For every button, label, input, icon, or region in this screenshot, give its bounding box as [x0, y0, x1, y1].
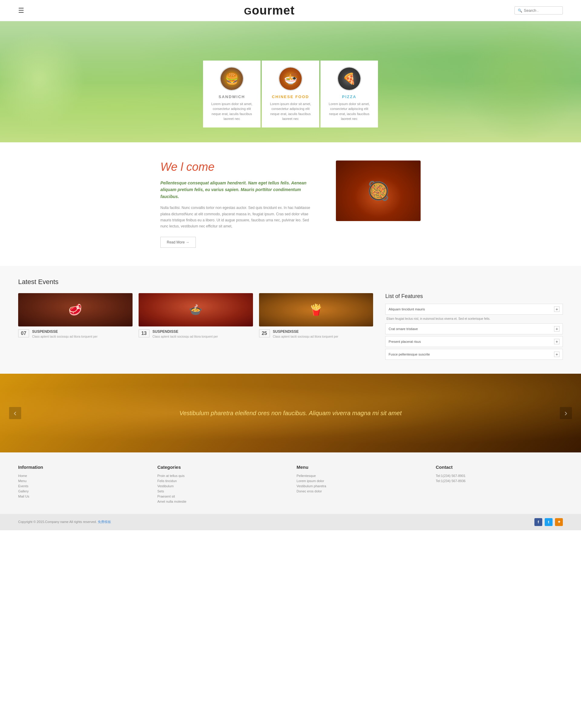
- footer-menu-col: Menu Pellentesque Lorem ipsum dolor Vest…: [297, 465, 424, 505]
- feature-label-3: Present placerat risus: [389, 340, 421, 343]
- footer-cat-link-3[interactable]: Sets: [157, 489, 284, 493]
- footer-menu-link-0[interactable]: Pellentesque: [297, 474, 424, 477]
- event-date-box-2: 13: [139, 330, 149, 337]
- event-info-3: SUSPENDISSE Class aptent taciti sociosqu…: [273, 330, 374, 339]
- footer-categories-col: Categories Proin at tellus quis Felis ti…: [157, 465, 284, 505]
- footer-categories-title: Categories: [157, 465, 284, 470]
- footer-cat-link-1[interactable]: Felis tincidun: [157, 479, 284, 483]
- footer-cat-link-2[interactable]: Vestibulum: [157, 484, 284, 488]
- feature-label-1: Aliquam tincidunt mauris: [389, 307, 425, 311]
- welcome-subtitle: Pellentesque consequat aliquam hendrerit…: [160, 180, 318, 200]
- read-more-label: Read More →: [167, 240, 189, 244]
- footer-copyright-link[interactable]: 免费模板: [98, 520, 111, 524]
- event-item-2: 🍲 13 SUSPENDISSE Class aptent taciti soc…: [139, 293, 253, 362]
- sandwich-image: 🍔: [220, 67, 244, 91]
- chinese-title: CHINESE FOOD: [267, 95, 314, 99]
- twitter-icon[interactable]: t: [545, 518, 553, 526]
- footer-cat-link-4[interactable]: Praesent sit: [157, 495, 284, 498]
- facebook-icon[interactable]: f: [534, 518, 542, 526]
- events-title: Latest Events: [18, 278, 563, 286]
- food-card-pizza: 🍕 PIZZA Lorem ipsum dolor sit amet, cons…: [321, 60, 378, 128]
- footer-menu-title: Menu: [297, 465, 424, 470]
- pizza-desc: Lorem ipsum dolor sit amet, consectetur …: [325, 101, 373, 122]
- footer-info-link-3[interactable]: Gallery: [18, 489, 145, 493]
- event-meta-3: 25 SUSPENDISSE Class aptent taciti socio…: [259, 330, 374, 339]
- welcome-image: 🥘: [336, 160, 421, 221]
- footer-info-link-4[interactable]: Mail Us: [18, 495, 145, 498]
- event-date-3: 25: [261, 331, 268, 336]
- search-input[interactable]: [524, 8, 560, 13]
- sandwich-title: SANDWICH: [208, 95, 256, 99]
- event-date-2: 13: [141, 331, 147, 336]
- event-info-2: SUSPENDISSE Class aptent taciti sociosqu…: [153, 330, 253, 339]
- slider-quote: Vestibulum pharetra eleifend ores non fa…: [179, 409, 402, 417]
- slider-section: ‹ Vestibulum pharetra eleifend ores non …: [0, 374, 581, 452]
- features-title: List of Features: [385, 293, 563, 300]
- food-card-chinese: 🍜 CHINESE FOOD Lorem ipsum dolor sit ame…: [262, 60, 319, 128]
- logo: Gourmet: [244, 4, 295, 17]
- welcome-body: Nulla facilisi. Nunc convallis tortor no…: [160, 205, 318, 230]
- events-features-inner: 🥩 07 SUSPENDISSE Class aptent taciti soc…: [18, 293, 563, 362]
- event-info-1: SUSPENDISSE Class aptent taciti sociosqu…: [32, 330, 133, 339]
- footer-menu-link-2[interactable]: Vestibulum pharetra: [297, 484, 424, 488]
- event-meta-2: 13 SUSPENDISSE Class aptent taciti socio…: [139, 330, 253, 339]
- footer-main: Information Home Menu Events Gallery Mai…: [0, 452, 581, 514]
- event-item-1: 🥩 07 SUSPENDISSE Class aptent taciti soc…: [18, 293, 133, 362]
- welcome-section: We l come Pellentesque consequat aliquam…: [154, 142, 427, 266]
- footer-info-col: Information Home Menu Events Gallery Mai…: [18, 465, 145, 505]
- chinese-desc: Lorem ipsum dolor sit amet, consectetur …: [267, 101, 314, 122]
- footer-contact-line-0: Tel:1(234) 567-8901: [436, 474, 563, 477]
- footer-info-link-2[interactable]: Events: [18, 484, 145, 488]
- footer-info-link-1[interactable]: Menu: [18, 479, 145, 483]
- search-icon: 🔍: [518, 8, 522, 13]
- hero-section: 🍔 SANDWICH Lorem ipsum dolor sit amet, c…: [0, 21, 581, 142]
- rss-icon[interactable]: ✦: [555, 518, 563, 526]
- event-image-3: 🍟: [259, 293, 374, 327]
- footer-cat-link-5[interactable]: Amet nulla molestie: [157, 500, 284, 503]
- event-image-1: 🥩: [18, 293, 133, 327]
- footer-info-link-0[interactable]: Home: [18, 474, 145, 477]
- footer-contact-col: Contact Tel:1(234) 567-8901 Tel:1(234) 5…: [436, 465, 563, 505]
- feature-plus-2[interactable]: +: [554, 326, 559, 332]
- feature-plus-3[interactable]: +: [554, 339, 559, 344]
- events-features-section: Latest Events 🥩 07 SUSPENDISSE Class apt…: [0, 266, 581, 374]
- feature-item-3[interactable]: Present placerat risus +: [385, 336, 563, 347]
- event-name-2: SUSPENDISSE: [153, 330, 253, 334]
- feature-desc: Etiam feugiat lectus nisl, in euismod le…: [385, 316, 563, 321]
- event-name-3: SUSPENDISSE: [273, 330, 374, 334]
- footer-contact-line-1: Tel:1(234) 567-8936: [436, 479, 563, 483]
- feature-item-1[interactable]: Aliquam tincidunt mauris +: [385, 304, 563, 315]
- footer-bottom: Copyright © 2015.Company name All rights…: [0, 514, 581, 530]
- feature-plus-1[interactable]: +: [554, 307, 559, 312]
- event-image-2: 🍲: [139, 293, 253, 327]
- feature-label-2: Crat ornare tristiave: [389, 327, 418, 331]
- cards-row: 🍔 SANDWICH Lorem ipsum dolor sit amet, c…: [202, 36, 379, 128]
- footer-menu-link-1[interactable]: Lorem ipsum dolor: [297, 479, 424, 483]
- event-item-3: 🍟 25 SUSPENDISSE Class aptent taciti soc…: [259, 293, 374, 362]
- chinese-image: 🍜: [278, 67, 303, 91]
- slider-prev-button[interactable]: ‹: [9, 407, 21, 419]
- event-date-box-1: 07: [18, 330, 29, 337]
- slider-next-button[interactable]: ›: [560, 407, 572, 419]
- footer-contact-title: Contact: [436, 465, 563, 470]
- events-list: 🥩 07 SUSPENDISSE Class aptent taciti soc…: [18, 293, 373, 362]
- feature-plus-4[interactable]: +: [554, 352, 559, 357]
- food-card-sandwich: 🍔 SANDWICH Lorem ipsum dolor sit amet, c…: [203, 60, 260, 128]
- menu-icon[interactable]: ☰: [18, 7, 24, 15]
- search-box[interactable]: 🔍: [515, 6, 563, 15]
- event-date-box-3: 25: [259, 330, 270, 337]
- features-panel: List of Features Aliquam tincidunt mauri…: [385, 293, 563, 362]
- event-name-1: SUSPENDISSE: [32, 330, 133, 334]
- welcome-text: We l come Pellentesque consequat aliquam…: [160, 160, 318, 248]
- feature-item-4[interactable]: Fusce pellentesque suscrite +: [385, 349, 563, 360]
- event-date-1: 07: [20, 331, 27, 336]
- pizza-title: PIZZA: [325, 95, 373, 99]
- sandwich-desc: Lorem ipsum dolor sit amet, consectetur …: [208, 101, 256, 122]
- event-desc-2: Class aptent taciti sociosqu ad litora t…: [153, 335, 253, 339]
- feature-item-2[interactable]: Crat ornare tristiave +: [385, 323, 563, 334]
- logo-g: G: [244, 6, 252, 17]
- footer-menu-link-3[interactable]: Donec eros dolor: [297, 489, 424, 493]
- social-icons: f t ✦: [534, 518, 563, 526]
- read-more-button[interactable]: Read More →: [160, 237, 196, 248]
- footer-cat-link-0[interactable]: Proin at tellus quis: [157, 474, 284, 477]
